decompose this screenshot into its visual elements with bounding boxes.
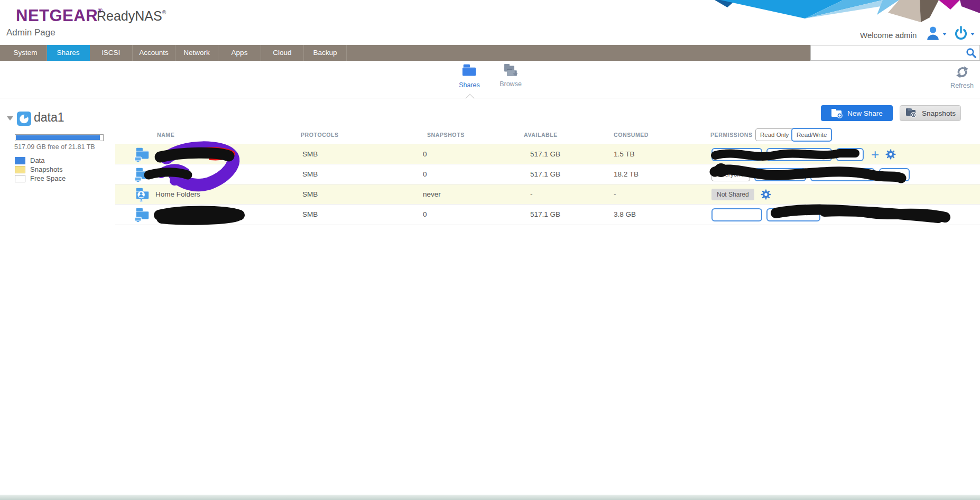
share-snapshots: 0: [423, 205, 427, 225]
page-title: Admin Page: [6, 27, 56, 38]
new-share-label: New Share: [847, 109, 883, 117]
share-available: -: [530, 184, 533, 205]
shares-folder-icon: [461, 63, 477, 79]
permission-chip[interactable]: [766, 208, 820, 221]
col-snapshots: SNAPSHOTS: [427, 132, 465, 138]
permission-chip[interactable]: [711, 208, 762, 221]
permission-chip[interactable]: [810, 168, 875, 181]
legend-item-free-space: Free Space: [15, 174, 66, 183]
view-toolbar: Shares Browse Refresh: [0, 61, 980, 98]
share-snapshots: never: [423, 184, 441, 205]
permission-chip[interactable]: Everyone: [711, 168, 750, 181]
refresh-label: Refresh: [945, 82, 979, 89]
permission-chip[interactable]: Administ: [754, 168, 806, 181]
view-shares-button[interactable]: Shares: [452, 63, 486, 89]
col-consumed: CONSUMED: [614, 132, 649, 138]
share-folder-icon: [134, 166, 150, 182]
product-name: ReadyNAS®: [97, 8, 166, 24]
share-permissions: Everyone Administ: [711, 164, 910, 184]
permission-chip[interactable]: [836, 148, 864, 161]
snapshots-button[interactable]: Snapshots: [900, 105, 961, 121]
col-name: NAME: [157, 132, 174, 138]
legend-label: Snapshots: [30, 165, 62, 173]
search-box: [810, 45, 980, 61]
share-row-1[interactable]: SMB 0 517.1 GB 1.5 TB Administrator te L…: [115, 144, 980, 164]
legend-label: Free Space: [30, 174, 66, 182]
share-permissions: [711, 205, 820, 225]
share-protocols: SMB: [302, 184, 318, 205]
tab-backup[interactable]: Backup: [304, 45, 347, 61]
permission-chip[interactable]: [879, 168, 910, 181]
permission-chip[interactable]: Administrator: [711, 148, 762, 161]
share-row-2[interactable]: SMB 0 517.1 GB 18.2 TB Everyone Administ: [115, 164, 980, 184]
volume-usage-fill: [16, 135, 100, 140]
tab-network[interactable]: Network: [175, 45, 218, 61]
add-permission-icon[interactable]: +: [871, 146, 879, 162]
share-snapshots: 0: [423, 144, 427, 164]
tab-cloud[interactable]: Cloud: [261, 45, 304, 61]
tab-iscsi[interactable]: iSCSI: [90, 45, 133, 61]
shares-table-header: NAME PROTOCOLS SNAPSHOTS AVAILABLE CONSU…: [115, 127, 980, 144]
share-consumed: 1.5 TB: [614, 144, 635, 164]
share-protocols: SMB: [302, 164, 318, 184]
browse-folders-icon: [503, 63, 519, 78]
home-folder-icon: [134, 187, 150, 202]
share-settings-gear-icon[interactable]: [761, 189, 771, 200]
share-consumed: -: [614, 184, 616, 205]
volume-name[interactable]: data1: [34, 110, 64, 125]
view-browse-label: Browse: [494, 80, 528, 88]
share-available: 517.1 GB: [530, 205, 560, 225]
power-menu-caret-icon[interactable]: [970, 33, 975, 35]
tab-accounts[interactable]: Accounts: [133, 45, 175, 61]
legend-swatch-snapshots: [15, 166, 25, 173]
welcome-text: Welcome admin: [860, 31, 917, 40]
view-shares-label: Shares: [452, 81, 486, 89]
share-protocols: SMB: [302, 205, 318, 225]
view-browse-button[interactable]: Browse: [494, 63, 528, 88]
permission-chip[interactable]: te Limited: [766, 148, 832, 161]
share-snapshots: 0: [423, 164, 427, 184]
snapshots-label: Snapshots: [922, 109, 956, 117]
read-only-toggle[interactable]: Read Only: [755, 128, 793, 141]
volume-usage-bar: [15, 134, 104, 141]
share-consumed: 3.8 GB: [614, 205, 636, 225]
col-permissions: PERMISSIONS: [710, 132, 753, 138]
legend-item-snapshots: Snapshots: [15, 165, 66, 174]
share-name: Home Folders: [155, 184, 200, 205]
active-view-notch: [466, 94, 475, 103]
netgear-logo: NETGEAR®: [16, 6, 103, 25]
not-shared-badge: Not Shared: [711, 189, 754, 200]
share-settings-gear-icon[interactable]: [885, 149, 896, 160]
footer-bar: [0, 495, 980, 500]
tab-shares[interactable]: Shares: [47, 45, 90, 61]
share-row-4[interactable]: SMB 0 517.1 GB 3.8 GB: [115, 204, 980, 225]
legend-swatch-data: [15, 157, 25, 164]
legend-swatch-free-space: [15, 175, 25, 182]
share-permissions: Not Shared: [711, 184, 771, 205]
user-icon[interactable]: [926, 26, 940, 41]
col-protocols: PROTOCOLS: [301, 132, 339, 138]
power-icon[interactable]: [954, 25, 968, 41]
search-input[interactable]: [811, 45, 979, 60]
share-consumed: 18.2 TB: [614, 164, 639, 184]
refresh-button[interactable]: Refresh: [945, 65, 979, 89]
tab-apps[interactable]: Apps: [218, 45, 261, 61]
user-menu-caret-icon[interactable]: [942, 33, 947, 35]
legend-item-data: Data: [15, 156, 66, 165]
share-row-home-folders[interactable]: Home Folders SMB never - - Not Shared: [115, 184, 980, 205]
tab-system[interactable]: System: [4, 45, 47, 61]
share-available: 517.1 GB: [530, 144, 560, 164]
snapshots-camera-icon: [905, 108, 918, 118]
legend-label: Data: [30, 156, 44, 164]
volume-collapse-caret-icon[interactable]: [7, 116, 13, 121]
share-folder-icon: [134, 146, 150, 162]
banner-decoration: [624, 0, 980, 26]
col-available: AVAILABLE: [524, 132, 558, 138]
search-icon[interactable]: [966, 48, 977, 59]
new-share-button[interactable]: New Share: [821, 105, 893, 121]
share-folder-icon: [134, 207, 150, 223]
share-permissions: Administrator te Limited +: [711, 144, 896, 164]
read-write-toggle[interactable]: Read/Write: [791, 128, 832, 142]
new-share-folder-icon: [831, 108, 843, 118]
volume-pie-icon: [17, 112, 31, 126]
